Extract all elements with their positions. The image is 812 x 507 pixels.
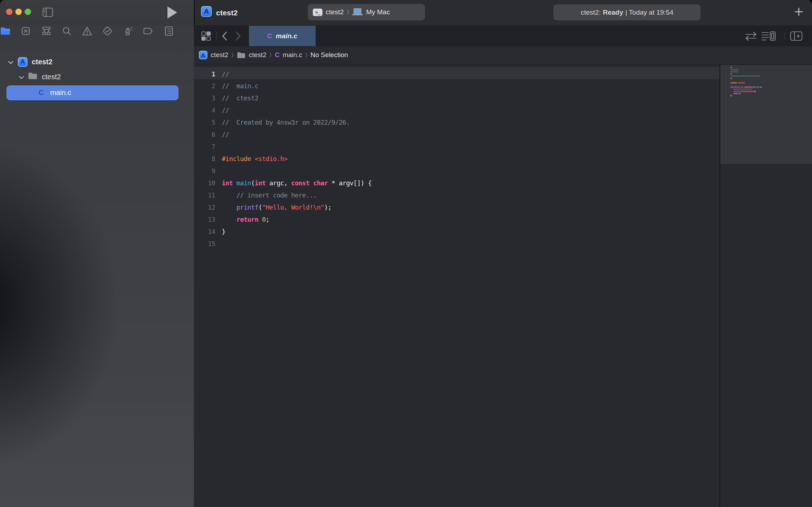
tree-group-label[interactable]: ctest2	[42, 73, 61, 81]
tree-project-label[interactable]: ctest2	[32, 58, 52, 66]
token-pl: (	[258, 204, 262, 211]
token-cmt: // Created by 4nsw3r on 2022/9/26.	[222, 119, 350, 126]
add-editor-icon[interactable]	[790, 31, 803, 41]
run-destination[interactable]: My Mac	[366, 8, 390, 16]
token-cmt: //	[222, 131, 229, 138]
tab-overview-grid-icon[interactable]	[201, 31, 211, 41]
sidebar-toggle-icon[interactable]	[42, 7, 53, 17]
issues-warning-icon[interactable]	[82, 26, 92, 36]
minimap-bar	[740, 91, 755, 92]
run-button[interactable]	[166, 6, 178, 19]
token-cmt: // insert code here...	[222, 191, 317, 199]
source-text: int main(int argc, const char * argv[]) …	[222, 177, 372, 189]
line-number[interactable]: 7	[194, 141, 215, 153]
token-pl	[310, 179, 313, 187]
line-number[interactable]: 2	[194, 80, 215, 92]
jumpbar-project[interactable]: ctest2	[211, 51, 228, 59]
minimap-bar	[733, 86, 737, 88]
minimap-bar	[753, 86, 754, 88]
code-review-arrows-icon[interactable]	[744, 31, 758, 41]
line-number[interactable]: 13	[194, 214, 215, 226]
line-number[interactable]: 5	[194, 116, 215, 129]
line-number[interactable]: 15	[194, 238, 215, 250]
editor-options-icon[interactable]	[761, 31, 776, 41]
tab-main-c[interactable]: C main.c	[249, 26, 316, 46]
project-app-icon: A	[18, 57, 27, 67]
xcode-window: A ctest2 >_ ctest2 〉 My Mac ctest2: Read…	[0, 0, 812, 507]
disclosure-chevron-icon[interactable]	[8, 58, 14, 66]
minimap-bar	[731, 71, 738, 72]
token-pl: argc,	[266, 179, 291, 187]
token-pl: (	[251, 179, 255, 187]
search-icon[interactable]	[61, 26, 72, 36]
minimap-bar	[740, 86, 743, 88]
line-number[interactable]: 12	[194, 201, 215, 214]
close-button[interactable]	[6, 9, 12, 15]
minimap-bar	[731, 67, 732, 68]
folder-icon	[237, 52, 246, 59]
back-chevron-icon[interactable]	[222, 31, 227, 41]
line-number[interactable]: 1	[194, 68, 215, 80]
scheme-selector[interactable]: >_ ctest2 〉 My Mac	[308, 4, 425, 20]
symbol-hierarchy-icon[interactable]	[41, 26, 52, 36]
breakpoint-capsule-icon[interactable]	[143, 26, 154, 36]
line-number[interactable]: 6	[194, 129, 215, 141]
jumpbar-group[interactable]: ctest2	[249, 51, 266, 59]
source-control-icon[interactable]	[20, 26, 31, 36]
project-navigator-folder-icon[interactable]	[0, 26, 11, 36]
tests-diamond-icon[interactable]	[102, 26, 113, 36]
tree-row-project[interactable]: A ctest2	[0, 54, 194, 69]
debug-gauge-icon[interactable]	[123, 26, 134, 36]
token-fn: main	[236, 179, 251, 187]
forward-chevron-icon[interactable]	[235, 31, 241, 41]
line-number[interactable]: 3	[194, 92, 215, 104]
token-pl: );	[324, 204, 331, 211]
minimize-button[interactable]	[15, 9, 22, 15]
minimap-bar	[761, 86, 762, 88]
token-pl	[258, 216, 262, 223]
token-pl: }	[222, 228, 225, 235]
token-pl	[222, 216, 236, 223]
titlebar-right: A	[194, 0, 812, 26]
token-cmt: //	[222, 106, 229, 114]
line-number[interactable]: 9	[194, 165, 215, 177]
minimap-bar	[754, 86, 760, 88]
line-number[interactable]: 14	[194, 226, 215, 238]
minimap-bar	[731, 95, 732, 96]
source-text: // main.c	[222, 80, 258, 92]
token-pre: #include	[222, 155, 251, 162]
token-cmt: // main.c	[222, 82, 258, 90]
status-state: Ready	[603, 9, 623, 16]
minimap-bar	[731, 78, 732, 79]
separator	[785, 32, 785, 40]
chevron-right-icon: 〉	[305, 52, 307, 58]
line-number[interactable]: 10	[194, 177, 215, 189]
tree-row-file-selected[interactable]: C main.c	[0, 85, 194, 100]
token-pl: ;	[266, 216, 269, 223]
jumpbar-selection[interactable]: No Selection	[311, 51, 348, 59]
tab-label: main.c	[276, 32, 297, 40]
report-list-icon[interactable]	[164, 26, 174, 36]
minimap-bar	[755, 91, 756, 92]
token-pl	[251, 155, 255, 162]
minimap-visible-region[interactable]	[720, 65, 812, 164]
tree-row-group[interactable]: ctest2	[0, 69, 194, 84]
source-text: // Created by 4nsw3r on 2022/9/26.	[222, 116, 350, 129]
new-tab-plus-button[interactable]	[794, 7, 803, 16]
source-text: // insert code here...	[222, 189, 317, 201]
line-number[interactable]: 8	[194, 153, 215, 165]
jumpbar-file[interactable]: main.c	[283, 51, 302, 59]
line-number[interactable]: 4	[194, 104, 215, 116]
scheme-name[interactable]: ctest2	[326, 8, 344, 16]
source-text: #include <stdio.h>	[222, 153, 287, 165]
c-file-icon: C	[267, 32, 272, 40]
token-pl: * argv[]) {	[328, 179, 372, 187]
minimap-bar	[733, 89, 752, 90]
minimap-bar	[738, 82, 745, 84]
disclosure-chevron-icon[interactable]	[19, 73, 24, 81]
chevron-right-icon: 〉	[231, 52, 233, 58]
line-number[interactable]: 11	[194, 189, 215, 201]
source-text: printf("Hello, World!\n");	[222, 201, 331, 214]
tree-file-label[interactable]: main.c	[50, 89, 71, 97]
zoom-button[interactable]	[25, 9, 31, 15]
